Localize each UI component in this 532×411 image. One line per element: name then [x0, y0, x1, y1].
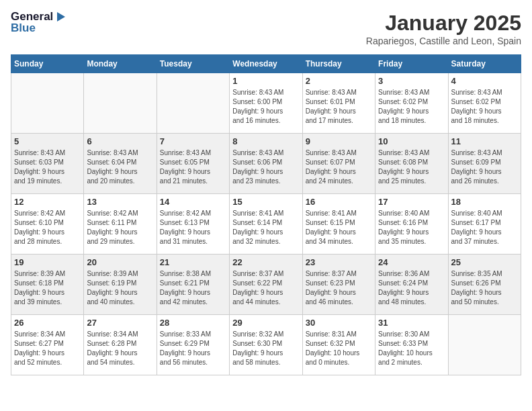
day-number: 16 [306, 197, 372, 207]
day-number: 5 [14, 136, 81, 146]
day-number: 8 [232, 136, 299, 146]
calendar-cell: 27Sunrise: 8:34 AMSunset: 6:28 PMDayligh… [84, 315, 157, 375]
weekday-header-monday: Monday [84, 55, 157, 73]
day-number: 15 [232, 197, 299, 207]
calendar-cell: 23Sunrise: 8:37 AMSunset: 6:23 PMDayligh… [302, 255, 375, 315]
day-info: Sunrise: 8:38 AMSunset: 6:21 PMDaylight:… [160, 269, 226, 307]
day-info: Sunrise: 8:30 AMSunset: 6:33 PMDaylight:… [378, 330, 445, 367]
calendar-week-5: 26Sunrise: 8:34 AMSunset: 6:27 PMDayligh… [11, 315, 521, 375]
calendar-week-1: 1Sunrise: 8:43 AMSunset: 6:00 PMDaylight… [11, 73, 521, 134]
calendar-cell: 9Sunrise: 8:43 AMSunset: 6:07 PMDaylight… [302, 134, 375, 194]
calendar-cell: 29Sunrise: 8:32 AMSunset: 6:30 PMDayligh… [230, 315, 302, 375]
day-info: Sunrise: 8:43 AMSunset: 6:01 PMDaylight:… [306, 88, 372, 126]
title-section: January 2025 Rapariegos, Castille and Le… [366, 11, 521, 46]
day-number: 24 [378, 257, 445, 267]
day-number: 7 [160, 136, 226, 146]
calendar-cell: 2Sunrise: 8:43 AMSunset: 6:01 PMDaylight… [302, 73, 375, 134]
calendar-cell: 13Sunrise: 8:42 AMSunset: 6:11 PMDayligh… [84, 194, 157, 255]
weekday-header-thursday: Thursday [302, 55, 375, 73]
calendar-cell [84, 73, 157, 134]
day-info: Sunrise: 8:42 AMSunset: 6:10 PMDaylight:… [14, 209, 81, 246]
calendar-cell: 14Sunrise: 8:42 AMSunset: 6:13 PMDayligh… [157, 194, 229, 255]
calendar-cell [448, 315, 521, 375]
day-number: 3 [378, 76, 445, 86]
calendar-week-2: 5Sunrise: 8:43 AMSunset: 6:03 PMDaylight… [11, 134, 521, 194]
calendar-cell: 22Sunrise: 8:37 AMSunset: 6:22 PMDayligh… [230, 255, 302, 315]
day-info: Sunrise: 8:32 AMSunset: 6:30 PMDaylight:… [232, 330, 299, 367]
calendar-cell: 4Sunrise: 8:43 AMSunset: 6:02 PMDaylight… [448, 73, 521, 134]
day-info: Sunrise: 8:37 AMSunset: 6:22 PMDaylight:… [232, 269, 299, 307]
day-number: 18 [451, 197, 518, 207]
day-info: Sunrise: 8:42 AMSunset: 6:11 PMDaylight:… [87, 209, 153, 246]
day-number: 10 [378, 136, 445, 146]
weekday-header-sunday: Sunday [11, 55, 84, 73]
calendar-cell [157, 73, 229, 134]
day-number: 14 [160, 197, 226, 207]
day-number: 29 [232, 318, 299, 328]
calendar-cell: 24Sunrise: 8:36 AMSunset: 6:24 PMDayligh… [375, 255, 448, 315]
page-header: General Blue January 2025 Rapariegos, Ca… [11, 11, 521, 46]
day-info: Sunrise: 8:43 AMSunset: 6:09 PMDaylight:… [451, 148, 518, 186]
day-info: Sunrise: 8:43 AMSunset: 6:05 PMDaylight:… [160, 148, 226, 186]
day-info: Sunrise: 8:39 AMSunset: 6:19 PMDaylight:… [87, 269, 153, 307]
calendar-cell: 30Sunrise: 8:31 AMSunset: 6:32 PMDayligh… [302, 315, 375, 375]
day-info: Sunrise: 8:43 AMSunset: 6:03 PMDaylight:… [14, 148, 81, 186]
day-number: 25 [451, 257, 518, 267]
day-info: Sunrise: 8:42 AMSunset: 6:13 PMDaylight:… [160, 209, 226, 246]
day-number: 30 [306, 318, 372, 328]
day-info: Sunrise: 8:41 AMSunset: 6:14 PMDaylight:… [232, 209, 299, 246]
day-number: 22 [232, 257, 299, 267]
day-info: Sunrise: 8:43 AMSunset: 6:00 PMDaylight:… [232, 88, 299, 126]
calendar-week-4: 19Sunrise: 8:39 AMSunset: 6:18 PMDayligh… [11, 255, 521, 315]
day-info: Sunrise: 8:36 AMSunset: 6:24 PMDaylight:… [378, 269, 445, 307]
day-info: Sunrise: 8:43 AMSunset: 6:04 PMDaylight:… [87, 148, 153, 186]
calendar-cell: 31Sunrise: 8:30 AMSunset: 6:33 PMDayligh… [375, 315, 448, 375]
calendar-cell: 19Sunrise: 8:39 AMSunset: 6:18 PMDayligh… [11, 255, 84, 315]
day-info: Sunrise: 8:33 AMSunset: 6:29 PMDaylight:… [160, 330, 226, 367]
weekday-header-tuesday: Tuesday [157, 55, 229, 73]
day-info: Sunrise: 8:37 AMSunset: 6:23 PMDaylight:… [306, 269, 372, 307]
day-number: 27 [87, 318, 153, 328]
calendar-cell: 5Sunrise: 8:43 AMSunset: 6:03 PMDaylight… [11, 134, 84, 194]
day-number: 1 [232, 76, 299, 86]
day-number: 19 [14, 257, 81, 267]
calendar-cell [11, 73, 84, 134]
day-info: Sunrise: 8:43 AMSunset: 6:06 PMDaylight:… [232, 148, 299, 186]
day-number: 13 [87, 197, 153, 207]
calendar-cell: 21Sunrise: 8:38 AMSunset: 6:21 PMDayligh… [157, 255, 229, 315]
day-number: 26 [14, 318, 81, 328]
calendar-cell: 3Sunrise: 8:43 AMSunset: 6:02 PMDaylight… [375, 73, 448, 134]
svg-marker-0 [57, 12, 65, 21]
calendar-subtitle: Rapariegos, Castille and Leon, Spain [366, 36, 521, 46]
day-info: Sunrise: 8:40 AMSunset: 6:16 PMDaylight:… [378, 209, 445, 246]
calendar-cell: 8Sunrise: 8:43 AMSunset: 6:06 PMDaylight… [230, 134, 302, 194]
calendar-cell: 20Sunrise: 8:39 AMSunset: 6:19 PMDayligh… [84, 255, 157, 315]
calendar-cell: 26Sunrise: 8:34 AMSunset: 6:27 PMDayligh… [11, 315, 84, 375]
day-number: 20 [87, 257, 153, 267]
day-info: Sunrise: 8:41 AMSunset: 6:15 PMDaylight:… [306, 209, 372, 246]
day-info: Sunrise: 8:35 AMSunset: 6:26 PMDaylight:… [451, 269, 518, 307]
calendar-cell: 1Sunrise: 8:43 AMSunset: 6:00 PMDaylight… [230, 73, 302, 134]
weekday-header-friday: Friday [375, 55, 448, 73]
calendar-cell: 25Sunrise: 8:35 AMSunset: 6:26 PMDayligh… [448, 255, 521, 315]
calendar-table: SundayMondayTuesdayWednesdayThursdayFrid… [11, 54, 521, 375]
calendar-cell: 7Sunrise: 8:43 AMSunset: 6:05 PMDaylight… [157, 134, 229, 194]
day-number: 12 [14, 197, 81, 207]
day-info: Sunrise: 8:34 AMSunset: 6:27 PMDaylight:… [14, 330, 81, 367]
calendar-cell: 17Sunrise: 8:40 AMSunset: 6:16 PMDayligh… [375, 194, 448, 255]
calendar-week-3: 12Sunrise: 8:42 AMSunset: 6:10 PMDayligh… [11, 194, 521, 255]
day-info: Sunrise: 8:39 AMSunset: 6:18 PMDaylight:… [14, 269, 81, 307]
day-number: 2 [306, 76, 372, 86]
calendar-title: January 2025 [366, 11, 521, 36]
day-number: 28 [160, 318, 226, 328]
weekday-header-wednesday: Wednesday [230, 55, 302, 73]
day-info: Sunrise: 8:31 AMSunset: 6:32 PMDaylight:… [306, 330, 372, 367]
calendar-cell: 10Sunrise: 8:43 AMSunset: 6:08 PMDayligh… [375, 134, 448, 194]
day-number: 4 [451, 76, 518, 86]
day-info: Sunrise: 8:40 AMSunset: 6:17 PMDaylight:… [451, 209, 518, 246]
day-number: 31 [378, 318, 445, 328]
calendar-cell: 28Sunrise: 8:33 AMSunset: 6:29 PMDayligh… [157, 315, 229, 375]
day-number: 23 [306, 257, 372, 267]
calendar-cell: 18Sunrise: 8:40 AMSunset: 6:17 PMDayligh… [448, 194, 521, 255]
day-info: Sunrise: 8:43 AMSunset: 6:08 PMDaylight:… [378, 148, 445, 186]
